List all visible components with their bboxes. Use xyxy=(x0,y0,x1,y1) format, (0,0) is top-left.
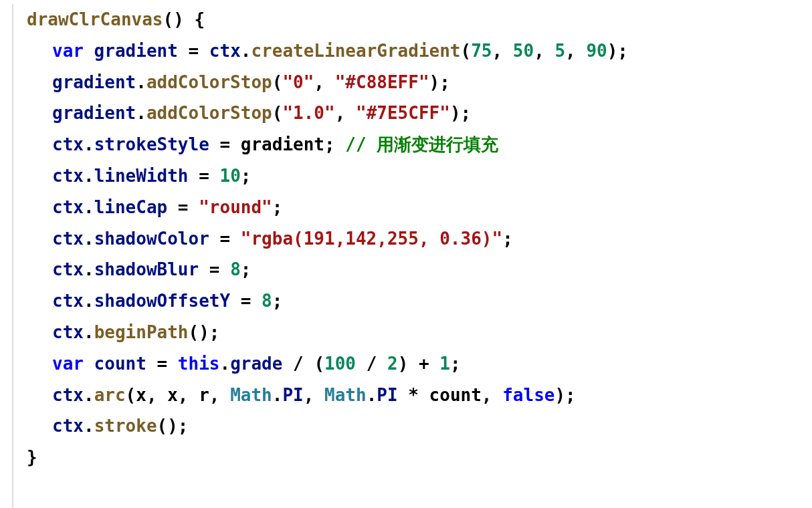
text: ); xyxy=(554,385,575,405)
identifier-math: Math xyxy=(230,385,272,405)
number: 8 xyxy=(262,291,272,311)
property: lineCap xyxy=(94,197,168,217)
text: ; xyxy=(241,166,251,186)
code-line-3: gradient.addColorStop("0", "#C88EFF"); xyxy=(27,67,812,98)
text: . xyxy=(241,41,251,61)
identifier: gradient xyxy=(84,41,189,61)
code-line-13: ctx.arc(x, x, r, Math.PI, Math.PI * coun… xyxy=(27,380,812,411)
text: . xyxy=(84,259,94,279)
number: 50 xyxy=(513,41,534,61)
string: "rgba(191,142,255, 0.36)" xyxy=(241,229,502,249)
text: ); xyxy=(429,72,450,92)
text: , xyxy=(565,41,586,61)
property: strokeStyle xyxy=(94,134,209,154)
text: ) + xyxy=(398,354,440,374)
code-line-7: ctx.lineCap = "round"; xyxy=(27,192,812,223)
text: . xyxy=(84,166,94,186)
identifier-ctx: ctx xyxy=(209,41,241,61)
text: () { xyxy=(163,9,205,29)
text: , xyxy=(534,41,554,61)
text: ; xyxy=(272,291,283,311)
text: . xyxy=(219,354,230,374)
indent-guide xyxy=(12,4,13,508)
code-line-2: var gradient = ctx.createLinearGradient(… xyxy=(27,35,812,67)
method-call: stroke xyxy=(94,416,157,436)
identifier-ctx: ctx xyxy=(52,166,84,186)
function-name: drawClrCanvas xyxy=(27,9,163,29)
method-call: addColorStop xyxy=(146,72,272,92)
text: . xyxy=(272,385,283,405)
text: , xyxy=(304,385,324,405)
text: = xyxy=(189,41,209,61)
string: "round" xyxy=(199,197,272,217)
code-line-14: ctx.stroke(); xyxy=(27,410,812,442)
number: 100 xyxy=(324,354,356,374)
comment: // 用渐变进行填充 xyxy=(345,134,498,154)
text: ; xyxy=(272,197,283,217)
text: . xyxy=(84,322,94,342)
text: ; xyxy=(450,354,461,374)
string: "#C88EFF" xyxy=(335,72,429,92)
code-line-1: drawClrCanvas() { xyxy=(27,4,812,35)
text: = xyxy=(167,197,199,217)
keyword-var: var xyxy=(52,41,84,61)
text: . xyxy=(84,134,94,154)
number: 2 xyxy=(387,354,398,374)
text: (); xyxy=(189,322,220,342)
identifier-ctx: ctx xyxy=(52,134,84,154)
text: = xyxy=(209,229,241,249)
number: 8 xyxy=(230,259,241,279)
method-call: createLinearGradient xyxy=(251,41,460,61)
code-line-15: } xyxy=(27,442,812,473)
text: * count, xyxy=(398,385,503,405)
text: ( xyxy=(272,72,283,92)
identifier-math: Math xyxy=(324,385,367,405)
text: . xyxy=(367,385,377,405)
property: lineWidth xyxy=(94,166,189,186)
text: ; xyxy=(241,259,251,279)
identifier: gradient xyxy=(52,103,136,123)
text: . xyxy=(136,72,146,92)
text: = xyxy=(230,291,262,311)
brace-close: } xyxy=(27,447,37,467)
string: "#7E5CFF" xyxy=(356,103,450,123)
number: 10 xyxy=(219,166,240,186)
text: (x, x, r, xyxy=(126,385,231,405)
number: 1 xyxy=(439,354,450,374)
text: . xyxy=(84,416,94,436)
text: ( xyxy=(272,103,283,123)
number: 5 xyxy=(554,41,565,61)
text: = xyxy=(199,259,230,279)
text: (); xyxy=(157,416,189,436)
code-line-8: ctx.shadowColor = "rgba(191,142,255, 0.3… xyxy=(27,223,812,255)
number: 90 xyxy=(586,41,607,61)
code-line-10: ctx.shadowOffsetY = 8; xyxy=(27,285,812,317)
identifier-ctx: ctx xyxy=(52,291,84,311)
text: ( xyxy=(461,41,472,61)
identifier-ctx: ctx xyxy=(52,259,84,279)
keyword-var: var xyxy=(52,354,84,374)
code-snippet: drawClrCanvas() {var gradient = ctx.crea… xyxy=(0,0,812,508)
method-call: beginPath xyxy=(94,322,189,342)
property: shadowBlur xyxy=(94,259,199,279)
text: , xyxy=(335,103,356,123)
code-line-5: ctx.strokeStyle = gradient; // 用渐变进行填充 xyxy=(27,129,812,160)
property: shadowOffsetY xyxy=(94,291,231,311)
code-line-4: gradient.addColorStop("1.0", "#7E5CFF"); xyxy=(27,98,812,129)
code-pre: drawClrCanvas() {var gradient = ctx.crea… xyxy=(12,4,812,473)
text: . xyxy=(84,229,94,249)
identifier-ctx: ctx xyxy=(52,416,84,436)
method-call: arc xyxy=(94,385,126,405)
identifier-ctx: ctx xyxy=(52,385,84,405)
property: shadowColor xyxy=(94,229,209,249)
text: . xyxy=(84,197,94,217)
text: / xyxy=(356,354,387,374)
text: . xyxy=(136,103,146,123)
code-line-11: ctx.beginPath(); xyxy=(27,317,812,348)
identifier-ctx: ctx xyxy=(52,322,84,342)
identifier: gradient xyxy=(52,72,136,92)
string: "0" xyxy=(282,72,314,92)
keyword-this: this xyxy=(178,354,220,374)
number: 75 xyxy=(471,41,492,61)
identifier-ctx: ctx xyxy=(52,229,84,249)
